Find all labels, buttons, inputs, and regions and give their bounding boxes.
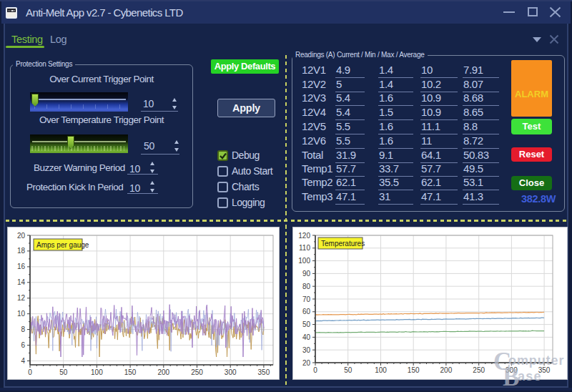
svg-text:100: 100 xyxy=(298,257,310,265)
svg-text:50: 50 xyxy=(344,366,352,374)
svg-text:70: 70 xyxy=(302,295,311,303)
svg-text:18: 18 xyxy=(17,247,26,255)
svg-text:120: 120 xyxy=(298,232,310,240)
svg-text:0: 0 xyxy=(28,368,32,376)
svg-text:200: 200 xyxy=(440,366,453,374)
svg-text:12: 12 xyxy=(17,294,26,302)
svg-text:16: 16 xyxy=(17,263,26,270)
svg-text:60: 60 xyxy=(302,308,311,315)
svg-text:0: 0 xyxy=(313,366,317,374)
svg-text:250: 250 xyxy=(191,368,203,376)
svg-text:20: 20 xyxy=(302,359,311,367)
svg-text:Temperatures: Temperatures xyxy=(321,240,365,248)
svg-text:50: 50 xyxy=(302,320,311,328)
svg-text:150: 150 xyxy=(408,366,420,374)
svg-text:100: 100 xyxy=(91,368,103,376)
svg-text:350: 350 xyxy=(258,368,270,376)
svg-text:30: 30 xyxy=(302,346,311,354)
svg-text:6: 6 xyxy=(21,341,25,349)
svg-text:8: 8 xyxy=(21,325,25,333)
svg-text:150: 150 xyxy=(124,368,137,376)
svg-text:4: 4 xyxy=(21,357,25,365)
svg-text:10: 10 xyxy=(17,310,26,318)
svg-text:40: 40 xyxy=(302,333,311,341)
svg-text:200: 200 xyxy=(157,368,169,376)
svg-text:250: 250 xyxy=(473,366,485,374)
svg-text:100: 100 xyxy=(375,366,387,374)
svg-text:Amps per gauge: Amps per gauge xyxy=(36,241,89,249)
svg-text:20: 20 xyxy=(17,232,26,240)
svg-text:110: 110 xyxy=(299,244,310,252)
svg-text:90: 90 xyxy=(302,270,311,278)
svg-text:50: 50 xyxy=(59,368,68,376)
svg-text:14: 14 xyxy=(17,278,26,286)
svg-text:300: 300 xyxy=(225,368,237,376)
svg-text:80: 80 xyxy=(302,283,311,290)
